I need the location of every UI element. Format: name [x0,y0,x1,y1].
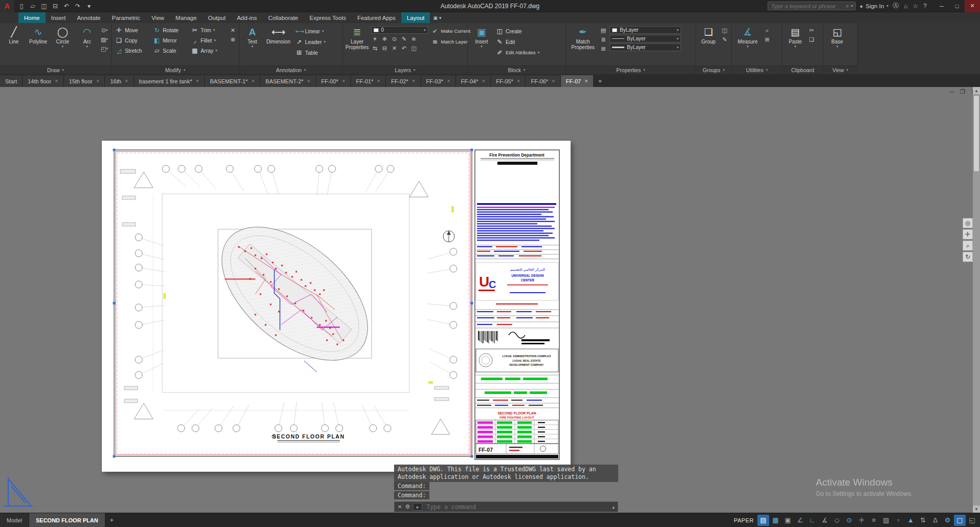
ribbon-tab-home[interactable]: Home [18,12,46,23]
ribbon-tab-insert[interactable]: Insert [46,12,72,23]
file-tab-ff-05-[interactable]: FF-05*✕ [491,75,526,87]
plot-icon[interactable]: ⊟ [50,3,60,10]
file-tab-ff-06-[interactable]: FF-06*✕ [526,75,560,87]
lineweight-select[interactable]: ByLayer▾ [609,43,681,51]
redo-icon[interactable]: ↷ [73,3,83,10]
scroll-down-icon[interactable]: ▼ [973,506,980,513]
erase-icon[interactable]: ✕ [229,26,237,34]
layers-panel-footer[interactable]: Layers▾ [343,65,467,74]
file-tab-ff-07[interactable]: FF-07✕ [561,75,594,87]
file-tab-start[interactable]: Start [0,75,23,87]
copy-clip-icon[interactable]: ❏ [808,35,816,43]
match-layer-button[interactable]: ≋Match Layer [430,37,467,47]
file-tab-basement-1-fire-tank-[interactable]: basement 1 fire tank*✕ [134,75,205,87]
tab-close-icon[interactable]: ✕ [517,79,520,83]
orbit-button[interactable]: ↻ [963,252,973,262]
ribbon-tab-parametric[interactable]: Parametric [106,12,146,23]
ortho-mode-icon[interactable]: ∟ [807,515,818,526]
text-button[interactable]: A Text ▾ [242,25,263,49]
paste-button[interactable]: ▤ Paste ▾ [785,25,805,49]
layout-tab-extras[interactable]: ▣▾ [430,12,444,23]
circle-button[interactable]: ◯ Circle ▾ [52,25,74,49]
file-tab-16th[interactable]: 16th✕ [105,75,134,87]
layer-lock-icon[interactable]: ⊙ [390,35,399,43]
match-properties-button[interactable]: ✒ Match Properties [569,25,597,50]
file-tab-basement-2-[interactable]: BASEMENT-2*✕ [260,75,316,87]
leader-button[interactable]: ↗Leader▾ [294,37,338,47]
transparency-icon[interactable]: ▨ [880,515,892,526]
layer-walk-icon[interactable]: ≋ [410,35,418,43]
array-button[interactable]: ▦Array▾ [190,46,227,55]
doc-restore-button[interactable]: ❐ [960,89,965,95]
properties-panel-footer[interactable]: Properties▾ [566,65,695,74]
ribbon-tab-output[interactable]: Output [202,12,231,23]
command-customize-icon[interactable]: ⚙ [405,503,410,510]
new-file-icon[interactable]: ▯ [16,3,27,10]
utilities-panel-footer[interactable]: Utilities▾ [732,65,782,74]
tab-close-icon[interactable]: ✕ [125,79,128,83]
layer-properties-button[interactable]: ≣ Layer Properties [345,25,369,50]
ribbon-tab-collaborate[interactable]: Collaborate [263,12,304,23]
stay-connected-icon[interactable]: ☆ [913,3,919,10]
polyline-button[interactable]: ∿ Polyline [27,25,50,45]
explode-icon[interactable]: ⊗ [229,35,237,43]
layer-select[interactable]: 0 ▾ [371,26,428,34]
make-current-button[interactable]: ✔Make Current [430,26,467,36]
stretch-button[interactable]: ◿Stretch [114,46,151,55]
layer-freeze-icon[interactable]: ❄ [381,35,389,43]
layer-prev-icon[interactable]: ↶ [400,44,408,52]
layer-off-icon[interactable]: ☀ [371,35,379,43]
base-button[interactable]: ◱ Base ▾ [826,25,848,49]
new-drawing-tab-button[interactable]: + [594,75,607,87]
ribbon-tab-layout[interactable]: Layout [401,12,430,23]
doc-minimize-button[interactable]: ─ [950,89,954,95]
pan-button[interactable]: ✛ [963,229,973,239]
ribbon-tab-express-tools[interactable]: Express Tools [304,12,352,23]
linear-button[interactable]: ⟷Linear▾ [294,26,338,36]
command-close-icon[interactable]: ✕ [398,504,402,510]
command-line[interactable]: ✕ ⚙ ▸ ▴ [394,501,618,512]
search-icon[interactable]: ⌕ [846,3,849,9]
file-tab-14th-floor[interactable]: 14th floor✕ [23,75,64,87]
annotation-visibility-icon[interactable]: ▲ [905,515,917,526]
scrollbar-thumb[interactable] [973,95,979,172]
file-tab-ff-01-[interactable]: FF-01*✕ [351,75,386,87]
properties-table-icon[interactable]: ⊞ [599,45,607,53]
ribbon-tab-add-ins[interactable]: Add-ins [231,12,263,23]
layer-unlock-icon[interactable]: ◫ [410,44,418,52]
table-button[interactable]: ⊞Table [294,48,338,57]
autodesk-account-icon[interactable]: Ⓐ [892,2,899,10]
annotation-panel-footer[interactable]: Annotation▾ [239,65,342,74]
autocad-logo-icon[interactable]: A [0,0,14,12]
layout-tab-second-floor-plan[interactable]: SECOND FLOOR PLAN [29,513,105,527]
object-snap-tracking-icon[interactable]: ✛ [856,515,867,526]
vertical-scrollbar[interactable]: ▲ ▼ [973,87,980,513]
line-button[interactable]: ╱ Line [3,25,25,45]
file-tab-ff-00-[interactable]: FF-00*✕ [316,75,351,87]
ribbon-tab-annotate[interactable]: Annotate [71,12,106,23]
dimension-button[interactable]: ⟷ Dimension [265,25,292,45]
tab-close-icon[interactable]: ✕ [447,79,450,83]
quick-calculator-icon[interactable]: ⊞ [763,35,771,43]
app-store-icon[interactable]: ⌂ [904,3,907,10]
tab-close-icon[interactable]: ✕ [96,79,100,83]
clean-screen-icon[interactable]: ◱ [966,515,978,526]
tab-close-icon[interactable]: ✕ [482,79,485,83]
infocenter-search[interactable]: ⌕ ▾ [768,2,856,10]
properties-layer-icon[interactable]: ≣ [599,35,607,43]
tab-close-icon[interactable]: ✕ [552,79,555,83]
tab-close-icon[interactable]: ✕ [251,79,255,83]
drawing-area[interactable]: SECOND FLOOR PLAN Fire Prevention Depart… [0,87,980,513]
tab-close-icon[interactable]: ✕ [412,79,416,83]
object-snap-icon[interactable]: ⊙ [843,515,855,526]
hatch-icon[interactable]: ▨ ▾ [100,35,108,43]
sign-in-button[interactable]: ● Sign In ▾ [860,3,888,9]
tab-close-icon[interactable]: ✕ [307,79,311,83]
mirror-button[interactable]: ◧Mirror [152,35,189,45]
file-tab-basement-1-[interactable]: BASEMENT-1*✕ [205,75,260,87]
grid-icon[interactable]: ▦ [770,515,781,526]
copy-button[interactable]: ❏Copy [114,35,151,45]
measure-button[interactable]: ∡ Measure ▾ [734,25,761,49]
file-tab-ff-03-[interactable]: FF-03*✕ [421,75,456,87]
create-block-button[interactable]: ◫Create [495,26,548,36]
